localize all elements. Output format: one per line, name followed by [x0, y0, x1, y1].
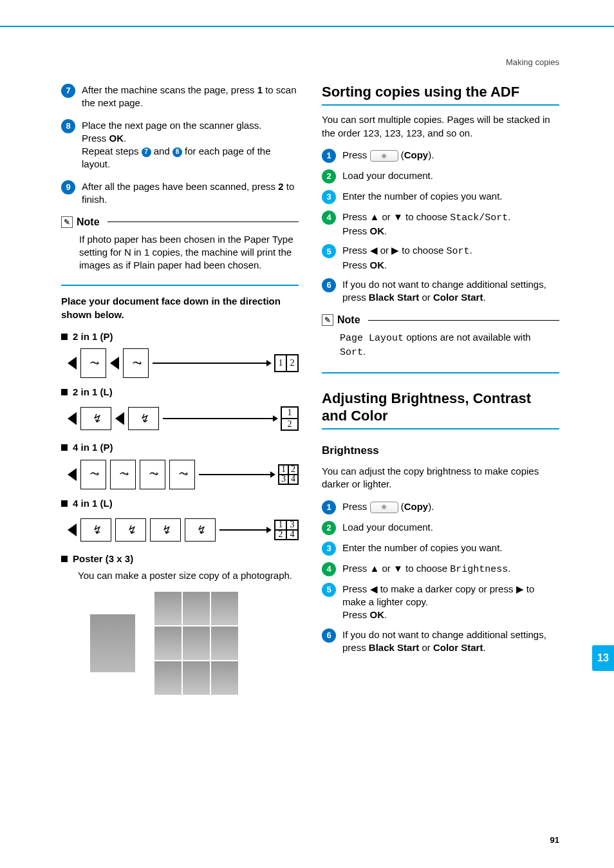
ok: OK	[109, 133, 124, 144]
menu-item: Brightness	[450, 564, 508, 575]
t: Enter the number of copies you want.	[342, 542, 559, 554]
option-label: 4 in 1 (P)	[73, 441, 113, 454]
t: Press ▲ or ▼ to choose	[342, 211, 450, 222]
step-number-2-icon: 2	[322, 169, 336, 184]
t: ).	[428, 501, 434, 512]
ok: OK	[370, 225, 385, 236]
option-4in1-p: 4 in 1 (P)	[61, 441, 299, 454]
option-label: 2 in 1 (L)	[73, 386, 113, 399]
page-icon: ⤳	[123, 348, 149, 378]
arrow-left-icon	[110, 357, 119, 370]
color-start: Color Start	[433, 642, 483, 653]
heading-sorting: Sorting copies using the ADF	[322, 84, 559, 106]
page-icon: ⤳	[110, 460, 136, 489]
top-rule	[0, 26, 614, 27]
diagram-2in1-l: ↯ ↯ 12	[68, 402, 299, 435]
sort-step-2: 2 Load your document.	[322, 169, 559, 184]
t: If you do not want to change additional …	[342, 278, 559, 305]
step-7-text: After the machine scans the page, press …	[82, 84, 299, 110]
option-2in1-p: 2 in 1 (P)	[61, 330, 299, 343]
t: Press ▲ or ▼ to choose Stack/Sort. Press…	[342, 211, 559, 238]
key-1: 1	[257, 84, 263, 95]
step-number-5-icon: 5	[322, 583, 336, 597]
bullet-icon	[61, 444, 68, 451]
arrow-left-icon	[115, 412, 124, 425]
heading-adjusting: Adjusting Brightness, Contrast and Color	[322, 390, 559, 429]
cell: 2	[281, 419, 298, 430]
poster-source-icon	[90, 614, 135, 672]
cell: 2	[275, 530, 286, 540]
option-label: 4 in 1 (L)	[73, 497, 113, 510]
menu-item: Sort	[340, 347, 363, 358]
t: and	[154, 146, 172, 156]
note-rule	[107, 222, 299, 222]
note-title: Note	[337, 313, 360, 327]
t: Press ◀ to make a darker copy or press ▶…	[342, 583, 559, 622]
ok: OK	[370, 609, 385, 620]
arrow-right-icon	[219, 529, 270, 531]
page-icon: ↯	[128, 407, 159, 430]
bright-step-1: 1 Press ❀ (Copy).	[322, 500, 559, 514]
t: Press ▲ or ▼ to choose	[342, 563, 450, 574]
note-body-sort: Page Layout options are not available wi…	[322, 328, 559, 366]
t: .	[384, 225, 387, 236]
t: Press ◀ or ▶ to choose Sort. Press OK.	[342, 244, 559, 272]
t: Load your document.	[342, 169, 559, 182]
cell: 1	[281, 407, 298, 419]
left-column: 7 After the machine scans the page, pres…	[61, 84, 299, 698]
chapter-thumb-tab: 13	[592, 645, 614, 671]
t: After all the pages have been scanned, p…	[82, 181, 278, 192]
t: .	[483, 642, 485, 653]
page-number: 91	[550, 835, 559, 846]
note-end-rule	[61, 285, 299, 286]
arrow-right-icon	[199, 474, 274, 475]
color-start: Color Start	[433, 292, 483, 303]
step-number-3-icon: 3	[322, 190, 336, 204]
page-icon: ⤳	[80, 348, 106, 378]
diagram-2in1-p: ⤳ ⤳ 12	[68, 347, 299, 379]
t: options are not available with	[404, 332, 531, 343]
step-8-text: Place the next page on the scanner glass…	[82, 119, 299, 171]
right-column: Sorting copies using the ADF You can sor…	[322, 84, 559, 698]
t: Press	[342, 501, 370, 512]
menu-item: Page Layout	[340, 333, 404, 344]
t: Press ❀ (Copy).	[342, 500, 559, 513]
arrow-left-icon	[68, 524, 77, 536]
t: or	[419, 642, 433, 653]
bright-step-4: 4 Press ▲ or ▼ to choose Brightness.	[322, 562, 559, 576]
step-7: 7 After the machine scans the page, pres…	[61, 84, 299, 110]
page-icon: ⤳	[169, 460, 195, 489]
t: .	[384, 609, 387, 620]
bullet-icon	[61, 334, 68, 340]
poster-diagram	[80, 589, 248, 698]
t: Press	[342, 225, 370, 236]
note-heading-sort: ✎ Note	[322, 313, 559, 327]
page-icon: ↯	[80, 407, 111, 430]
option-2in1-l: 2 in 1 (L)	[61, 386, 299, 399]
running-head: Making copies	[506, 57, 559, 68]
menu-item: Sort	[447, 246, 470, 257]
option-label: Poster (3 x 3)	[73, 552, 133, 565]
step-number-3-icon: 3	[322, 542, 336, 556]
place-document-heading: Place your document face down in the dir…	[61, 295, 299, 321]
result-grid: 12	[281, 406, 299, 431]
t: .	[508, 563, 510, 574]
note-end-rule	[322, 372, 559, 373]
arrow-right-icon	[153, 363, 270, 364]
option-poster: Poster (3 x 3)	[61, 552, 299, 565]
t: .	[124, 133, 126, 144]
t: .	[483, 292, 485, 303]
option-label: 2 in 1 (P)	[73, 330, 113, 343]
menu-item: Stack/Sort	[450, 212, 508, 223]
note-icon: ✎	[322, 314, 333, 326]
page-icon: ↯	[185, 518, 216, 542]
step-number-1-icon: 1	[322, 149, 336, 163]
t: Press	[342, 609, 370, 620]
step-number-4-icon: 4	[322, 562, 336, 576]
t: Press ◀ or ▶ to choose	[342, 245, 447, 256]
page-icon: ⤳	[80, 460, 106, 489]
line: Repeat steps 7 and 8 for each page of th…	[82, 145, 299, 171]
t: .	[363, 346, 366, 357]
t: Press ❀ (Copy).	[342, 149, 559, 162]
inline-step-7-icon: 7	[142, 147, 151, 157]
